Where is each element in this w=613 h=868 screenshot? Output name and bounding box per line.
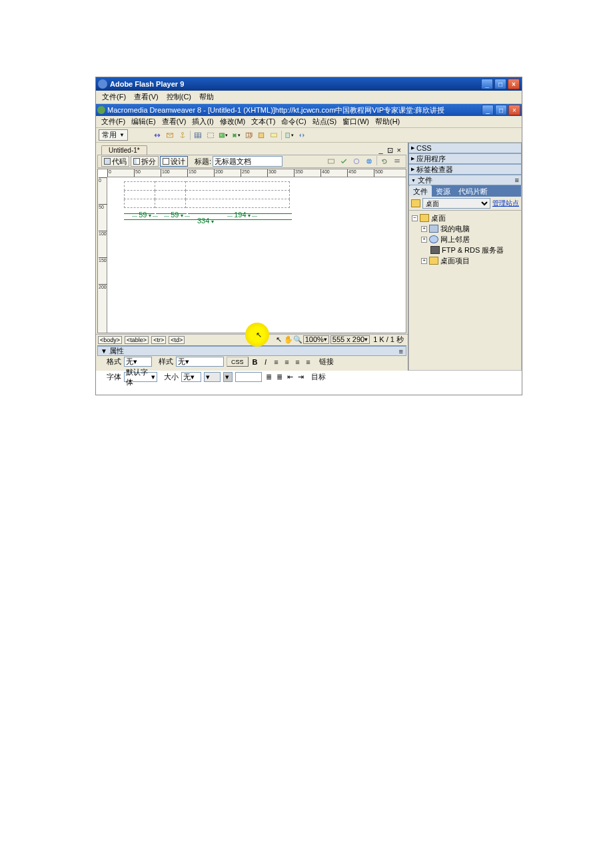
- tag-table[interactable]: <table>: [125, 336, 149, 344]
- align-justify-icon[interactable]: ≡: [305, 358, 312, 366]
- tree-root[interactable]: − 桌面: [412, 213, 518, 223]
- outer-menu-file[interactable]: 文件(F): [99, 91, 129, 103]
- outer-titlebar[interactable]: Adobe Flash Player 9 _ □ ×: [96, 77, 522, 91]
- bold-button[interactable]: B: [251, 358, 259, 366]
- anchor-icon[interactable]: [177, 130, 188, 141]
- indent-icon[interactable]: ⇥: [297, 373, 305, 381]
- svg-rect-15: [394, 161, 400, 163]
- doc-restore-button[interactable]: ⊡: [386, 146, 394, 155]
- refresh-icon[interactable]: [379, 156, 390, 167]
- tag-chooser-icon[interactable]: [297, 130, 307, 141]
- preview-globe-icon[interactable]: [364, 156, 374, 167]
- window-size-select[interactable]: 555 x 290 ▾: [330, 335, 370, 344]
- color-input[interactable]: [235, 372, 262, 382]
- tag-tr[interactable]: <tr>: [151, 336, 166, 344]
- doc-minimize-button[interactable]: _: [377, 146, 384, 155]
- properties-header[interactable]: ▼ 属性≡: [97, 346, 406, 356]
- code-view-button[interactable]: 代码: [101, 156, 129, 167]
- outer-menu-view[interactable]: 查看(V): [131, 91, 162, 103]
- site-select[interactable]: 桌面: [422, 198, 490, 209]
- panel-menu-icon[interactable]: ≡: [515, 176, 519, 184]
- color-swatch[interactable]: ▾: [223, 372, 233, 382]
- dw-minimize-button[interactable]: _: [482, 105, 494, 115]
- font-select[interactable]: 默认字体 ▾: [124, 372, 157, 382]
- comment-icon[interactable]: [269, 130, 279, 141]
- align-center-icon[interactable]: ≡: [283, 358, 291, 366]
- column-width-markers: — 59 ▾ — — 59 ▾ — — 194 ▾ — 334 ▾: [124, 211, 289, 223]
- zoom-tool-icon[interactable]: 🔍: [294, 335, 302, 343]
- zoom-select[interactable]: 100% ▾: [303, 335, 329, 344]
- template-icon[interactable]: ▾: [284, 130, 295, 141]
- outdent-icon[interactable]: ⇤: [286, 373, 294, 381]
- insert-category-select[interactable]: 常用 ▼: [99, 129, 128, 141]
- css-panel-header[interactable]: CSS: [408, 143, 522, 153]
- document-tab[interactable]: Untitled-1*: [101, 145, 147, 155]
- date-icon[interactable]: 19: [243, 130, 254, 141]
- validate-icon[interactable]: [338, 156, 349, 167]
- server-include-icon[interactable]: [256, 130, 267, 141]
- dw-close-button[interactable]: ×: [508, 105, 520, 115]
- dw-titlebar[interactable]: Macromedia Dreamweaver 8 - [Untitled-1 (…: [96, 104, 522, 116]
- check-browser-icon[interactable]: [351, 156, 362, 167]
- email-icon[interactable]: [165, 130, 175, 141]
- format-select[interactable]: 无 ▾: [124, 357, 152, 367]
- manage-sites-link[interactable]: 管理站点: [492, 199, 519, 208]
- files-tab-snippets[interactable]: 代码片断: [454, 185, 492, 197]
- dw-menu-text[interactable]: 文本(T): [249, 116, 278, 127]
- tree-mycomputer[interactable]: + 我的电脑: [421, 223, 518, 234]
- tag-body[interactable]: <body>: [98, 336, 122, 344]
- dw-menu-site[interactable]: 站点(S): [310, 116, 340, 127]
- design-table[interactable]: [124, 181, 290, 208]
- div-icon[interactable]: [205, 130, 216, 141]
- doc-close-button[interactable]: ×: [396, 146, 402, 155]
- ul-icon[interactable]: ≣: [265, 373, 273, 381]
- outer-close-button[interactable]: ×: [508, 79, 520, 89]
- dw-menu-insert[interactable]: 插入(I): [189, 116, 216, 127]
- dw-menu-file[interactable]: 文件(F): [99, 116, 128, 127]
- tree-desktop-items[interactable]: + 桌面项目: [421, 255, 518, 266]
- network-icon: [429, 235, 438, 243]
- page-title-input[interactable]: [213, 156, 283, 167]
- select-tool-icon[interactable]: ↖: [275, 335, 283, 343]
- media-icon[interactable]: ▾: [231, 130, 241, 141]
- tag-inspector-panel-header[interactable]: 标签检查器: [408, 164, 522, 175]
- table-icon[interactable]: [193, 130, 203, 141]
- dw-menu-window[interactable]: 窗口(W): [340, 116, 372, 127]
- flash-player-window: Adobe Flash Player 9 _ □ × 文件(F) 查看(V) 控…: [95, 77, 522, 395]
- dw-menu-modify[interactable]: 修改(M): [217, 116, 249, 127]
- files-tab-files[interactable]: 文件: [409, 185, 432, 197]
- panel-menu-icon[interactable]: ≡: [399, 347, 403, 355]
- dw-menu-edit[interactable]: 编辑(E): [129, 116, 159, 127]
- split-view-button[interactable]: 拆分: [131, 156, 159, 167]
- align-left-icon[interactable]: ≡: [273, 358, 281, 366]
- outer-menu-help[interactable]: 帮助: [196, 91, 217, 103]
- dw-menu-help[interactable]: 帮助(H): [372, 116, 402, 127]
- outer-maximize-button[interactable]: □: [494, 79, 506, 89]
- css-button[interactable]: CSS: [227, 357, 249, 367]
- design-canvas[interactable]: — 59 ▾ — — 59 ▾ — — 194 ▾ — 334 ▾: [107, 177, 406, 325]
- no-browser-check-icon[interactable]: [326, 156, 336, 167]
- view-options-icon[interactable]: [392, 156, 402, 167]
- hand-tool-icon[interactable]: ✋: [285, 335, 293, 343]
- size-label: 大小: [164, 372, 179, 382]
- outer-minimize-button[interactable]: _: [481, 79, 493, 89]
- files-tab-assets[interactable]: 资源: [432, 185, 454, 197]
- ol-icon[interactable]: ≣: [275, 373, 283, 381]
- italic-button[interactable]: I: [262, 358, 270, 366]
- outer-menu-control[interactable]: 控制(C): [163, 91, 195, 103]
- dw-menu-view[interactable]: 查看(V): [159, 116, 189, 127]
- dw-maximize-button[interactable]: □: [495, 105, 507, 115]
- design-view-button[interactable]: 设计: [160, 156, 188, 167]
- tree-ftp-rds[interactable]: FTP & RDS 服务器: [421, 245, 518, 255]
- align-right-icon[interactable]: ≡: [294, 358, 302, 366]
- application-panel-header[interactable]: 应用程序: [408, 153, 522, 164]
- style-select[interactable]: 无 ▾: [176, 357, 224, 367]
- image-icon[interactable]: ▾: [218, 130, 229, 141]
- tree-network[interactable]: + 网上邻居: [421, 234, 518, 245]
- size-select[interactable]: 无 ▾: [181, 372, 201, 382]
- tag-td[interactable]: <td>: [169, 336, 185, 344]
- hyperlink-icon[interactable]: [152, 130, 163, 141]
- files-panel-header[interactable]: 文件≡: [408, 175, 522, 185]
- size-unit-select[interactable]: ▾: [204, 372, 221, 382]
- dw-menu-cmd[interactable]: 命令(C): [279, 116, 308, 127]
